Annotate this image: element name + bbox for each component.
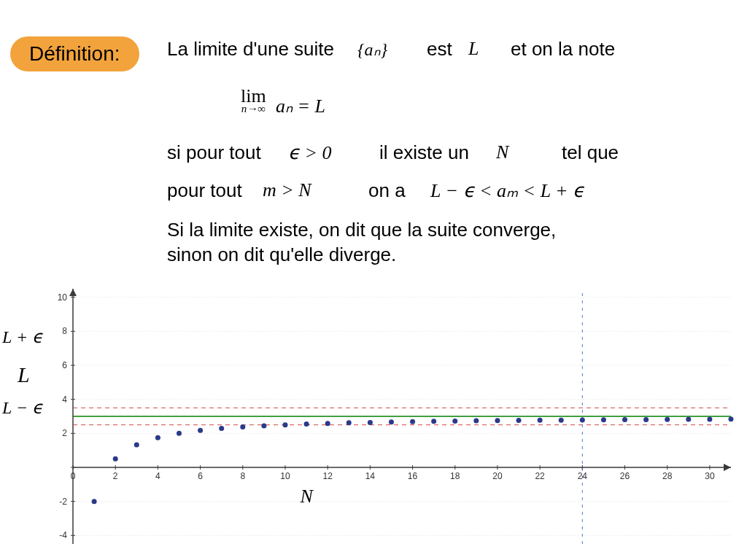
svg-point-63 bbox=[92, 499, 97, 504]
line3-mN: m > N bbox=[263, 179, 311, 201]
svg-point-93 bbox=[729, 416, 734, 421]
svg-point-66 bbox=[155, 435, 160, 440]
svg-point-85 bbox=[559, 418, 564, 423]
limit-chart: 024681012141618202224262830-4-2246810N bbox=[22, 284, 744, 554]
limit-sub: n→∞ bbox=[241, 104, 266, 114]
svg-point-87 bbox=[601, 417, 606, 422]
svg-point-83 bbox=[516, 418, 522, 423]
svg-point-82 bbox=[495, 418, 500, 423]
svg-text:-4: -4 bbox=[59, 530, 67, 540]
line2-N: N bbox=[496, 141, 508, 163]
svg-point-80 bbox=[452, 419, 457, 424]
svg-point-73 bbox=[304, 421, 309, 427]
svg-point-88 bbox=[622, 417, 627, 422]
svg-text:8: 8 bbox=[62, 326, 67, 336]
svg-point-77 bbox=[389, 419, 394, 424]
svg-text:20: 20 bbox=[492, 471, 503, 481]
svg-text:4: 4 bbox=[62, 394, 67, 405]
svg-text:24: 24 bbox=[578, 471, 588, 481]
svg-text:22: 22 bbox=[535, 471, 545, 481]
svg-text:18: 18 bbox=[450, 471, 460, 481]
line3-ineq: L − ϵ < aₘ < L + ϵ bbox=[430, 179, 584, 202]
svg-text:14: 14 bbox=[365, 471, 376, 481]
limit-rhs: aₙ = L bbox=[276, 96, 325, 117]
svg-point-74 bbox=[325, 421, 330, 426]
line2-eps: ϵ > 0 bbox=[288, 141, 332, 164]
svg-text:16: 16 bbox=[408, 471, 418, 481]
svg-text:30: 30 bbox=[705, 471, 715, 481]
svg-point-86 bbox=[580, 417, 585, 422]
limit-expr: lim n→∞ aₙ = L bbox=[241, 88, 325, 117]
svg-point-70 bbox=[240, 424, 245, 429]
svg-point-79 bbox=[431, 419, 436, 424]
svg-point-71 bbox=[261, 424, 266, 429]
line2-a: si pour tout bbox=[167, 141, 261, 164]
svg-point-65 bbox=[134, 442, 139, 447]
svg-point-72 bbox=[282, 422, 287, 427]
svg-point-78 bbox=[410, 419, 415, 424]
line1-seq: {aₙ} bbox=[357, 39, 387, 60]
line1-a: La limite d'une suite bbox=[167, 38, 334, 61]
svg-point-90 bbox=[665, 417, 670, 422]
definition-badge: Définition: bbox=[10, 36, 139, 71]
svg-text:10: 10 bbox=[58, 292, 68, 303]
svg-point-76 bbox=[368, 420, 373, 425]
svg-text:0: 0 bbox=[71, 471, 76, 481]
svg-text:12: 12 bbox=[322, 471, 333, 481]
svg-text:2: 2 bbox=[113, 471, 118, 481]
svg-point-64 bbox=[113, 456, 118, 462]
line2-c: tel que bbox=[562, 141, 619, 164]
svg-text:10: 10 bbox=[280, 471, 290, 481]
svg-text:28: 28 bbox=[662, 471, 673, 481]
limit-word: lim bbox=[241, 88, 266, 104]
svg-text:4: 4 bbox=[155, 471, 160, 481]
svg-text:N: N bbox=[299, 486, 314, 507]
svg-text:2: 2 bbox=[62, 428, 67, 438]
svg-point-92 bbox=[707, 416, 712, 421]
svg-point-89 bbox=[643, 417, 649, 422]
line1-b: est bbox=[427, 38, 452, 61]
line2-b: il existe un bbox=[379, 141, 469, 164]
svg-point-68 bbox=[198, 428, 203, 433]
line4a: Si la limite existe, on dit que la suite… bbox=[167, 219, 556, 241]
line3-a: pour tout bbox=[167, 179, 242, 202]
svg-text:-2: -2 bbox=[59, 497, 67, 507]
svg-point-75 bbox=[347, 420, 352, 425]
line1-c: et on la note bbox=[511, 38, 615, 61]
line4b: sinon on dit qu'elle diverge. bbox=[167, 244, 396, 266]
svg-point-84 bbox=[538, 418, 543, 423]
line1-L: L bbox=[468, 38, 479, 60]
line3-b: on a bbox=[368, 179, 406, 202]
svg-text:6: 6 bbox=[62, 360, 67, 370]
svg-marker-13 bbox=[724, 464, 731, 471]
svg-point-91 bbox=[686, 416, 691, 421]
svg-point-69 bbox=[219, 426, 224, 431]
svg-marker-15 bbox=[69, 289, 77, 296]
svg-text:6: 6 bbox=[198, 471, 203, 481]
svg-text:26: 26 bbox=[620, 471, 630, 481]
svg-text:8: 8 bbox=[240, 471, 245, 481]
svg-point-81 bbox=[473, 419, 479, 424]
svg-point-67 bbox=[177, 431, 182, 436]
